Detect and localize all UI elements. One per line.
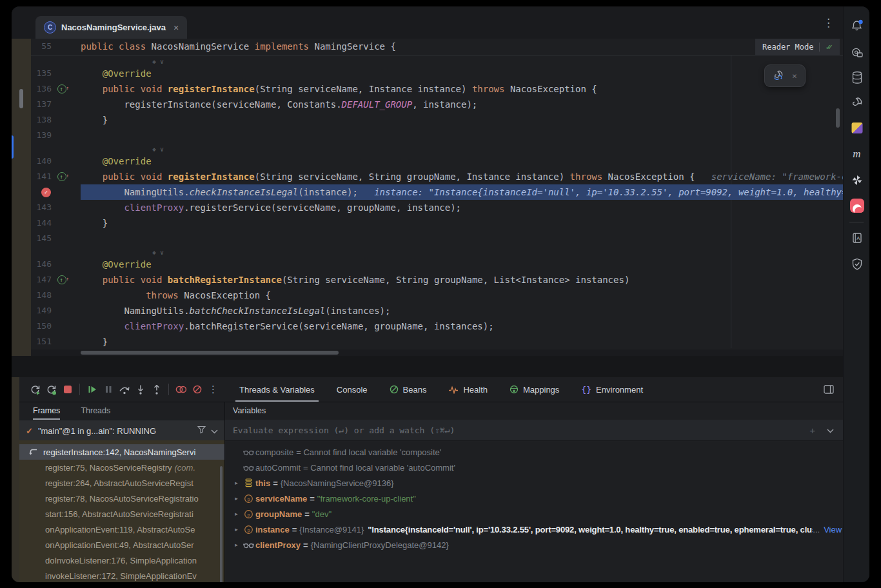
- gutter[interactable]: 151: [31, 334, 81, 349]
- view-value-link[interactable]: View: [824, 525, 842, 534]
- stripe-scroll-handle[interactable]: [19, 89, 23, 108]
- frame-row[interactable]: onApplicationEvent:119, AbstractAutoSe: [19, 522, 224, 537]
- database-icon[interactable]: [851, 71, 863, 84]
- code-line[interactable]: ✓ NamingUtils.checkInstanceIsLegal(insta…: [31, 184, 843, 200]
- expand-chevron-icon[interactable]: ▸: [232, 480, 241, 486]
- horizontal-scrollbar[interactable]: [31, 349, 843, 356]
- code-vision-icon[interactable]: ❖ ∨: [152, 146, 164, 153]
- frame-row[interactable]: register:264, AbstractAutoServiceRegist: [19, 475, 224, 491]
- debug-tab-health[interactable]: Health: [448, 377, 488, 402]
- variable-row[interactable]: ▸pgroupName="dev": [225, 506, 843, 522]
- gradle-sync-icon[interactable]: [773, 70, 784, 82]
- expand-chevron-icon[interactable]: ▸: [232, 526, 241, 533]
- code-line[interactable]: 148 throws NacosException {: [31, 288, 843, 303]
- code-line[interactable]: 139: [31, 128, 843, 143]
- inspections-ok-icon[interactable]: ✓✓: [826, 42, 833, 52]
- inlay-hint-line[interactable]: ❖ ∨: [31, 143, 843, 153]
- chevron-down-icon[interactable]: [211, 425, 218, 436]
- gutter[interactable]: 143: [31, 200, 81, 215]
- more-options-icon[interactable]: ⋮: [823, 16, 834, 30]
- code-line[interactable]: 146 @Override: [31, 257, 843, 272]
- code-line[interactable]: 150 clientProxy.batchRegisterService(ser…: [31, 318, 843, 334]
- ai-assistant-icon[interactable]: [851, 46, 863, 58]
- stop-button[interactable]: [59, 382, 75, 398]
- more-button[interactable]: ⋮: [205, 382, 221, 398]
- sticky-class-header[interactable]: 55public class NacosNamingService implem…: [31, 39, 843, 55]
- code-vision-icon[interactable]: ❖ ∨: [152, 249, 164, 256]
- frame-row[interactable]: register:78, NacosAutoServiceRegistratio: [19, 491, 224, 506]
- editor-tab[interactable]: C NacosNamingService.java ×: [35, 16, 187, 39]
- plugin-package-icon[interactable]: [851, 122, 862, 133]
- code-line[interactable]: 55public class NacosNamingService implem…: [31, 39, 843, 54]
- code-line[interactable]: 149 NamingUtils.batchCheckInstanceIsLega…: [31, 303, 843, 318]
- expand-chevron-icon[interactable]: ▸: [232, 495, 241, 502]
- overrides-method-icon[interactable]: [57, 172, 66, 181]
- tab-threads[interactable]: Threads: [81, 402, 110, 420]
- gutter[interactable]: 139: [31, 128, 81, 143]
- vertical-scrollbar-thumb[interactable]: [836, 108, 840, 128]
- gutter[interactable]: 138: [31, 112, 81, 128]
- inlay-hint-line[interactable]: ❖ ∨: [31, 55, 843, 66]
- variable-row[interactable]: ▸pinstance={Instance@9141}"Instance{inst…: [225, 522, 843, 537]
- code-line[interactable]: 144 }: [31, 215, 843, 231]
- code-line[interactable]: 147 public void batchRegisterInstance(St…: [31, 272, 843, 288]
- panel-splitter[interactable]: [12, 356, 843, 377]
- frame-row[interactable]: invokeListener:172, SimpleApplicationEv: [19, 568, 224, 582]
- gutter[interactable]: 136: [31, 81, 81, 97]
- code-line[interactable]: 135 @Override: [31, 66, 843, 81]
- horizontal-scrollbar-thumb[interactable]: [81, 351, 339, 355]
- filter-funnel-icon[interactable]: [197, 425, 206, 436]
- variable-row[interactable]: autoCommit= Cannot find local variable '…: [225, 460, 843, 475]
- code-editor[interactable]: ❖ ∨135 @Override136 public void register…: [31, 39, 843, 356]
- gutter[interactable]: 149: [31, 303, 81, 318]
- expand-chevron-icon[interactable]: ▸: [232, 542, 241, 548]
- debug-tab-threads-variables[interactable]: Threads & Variables: [239, 377, 315, 402]
- frame-row[interactable]: doInvokeListener:176, SimpleApplication: [19, 553, 224, 568]
- gutter[interactable]: 146: [31, 257, 81, 272]
- reader-mode-button[interactable]: Reader Mode ✓✓: [755, 39, 840, 55]
- gutter[interactable]: 135: [31, 66, 81, 81]
- code-vision-icon[interactable]: ❖ ∨: [152, 58, 164, 65]
- pause-button[interactable]: [100, 382, 116, 398]
- gutter[interactable]: 147: [31, 272, 81, 288]
- debug-tab-mappings[interactable]: Mappings: [510, 377, 559, 402]
- gradle-reload-popup[interactable]: ×: [764, 64, 806, 87]
- code-line[interactable]: 136 public void registerInstance(String …: [31, 81, 843, 97]
- debug-tab-beans[interactable]: Beans: [390, 377, 427, 402]
- close-tab-icon[interactable]: ×: [173, 23, 179, 33]
- overrides-method-icon[interactable]: [57, 275, 66, 284]
- restart-button[interactable]: [43, 382, 59, 398]
- frame-row[interactable]: registerInstance:142, NacosNamingServi: [19, 444, 224, 460]
- mute-breakpoints-button[interactable]: [189, 382, 205, 398]
- gutter[interactable]: [31, 143, 81, 153]
- gutter[interactable]: 55: [31, 39, 81, 54]
- close-popup-icon[interactable]: ×: [792, 71, 797, 81]
- evaluate-expression-input[interactable]: Evaluate expression (↵) or add a watch (…: [225, 420, 843, 441]
- frame-row[interactable]: start:156, AbstractAutoServiceRegistrati: [19, 506, 224, 522]
- debug-tab-environment[interactable]: {}Environment: [581, 377, 643, 402]
- resume-button[interactable]: [84, 382, 100, 398]
- variable-row[interactable]: ▸clientProxy={NamingClientProxyDelegate@…: [225, 537, 843, 553]
- step-out-button[interactable]: [148, 382, 164, 398]
- code-line[interactable]: 151 }: [31, 334, 843, 349]
- expand-chevron-icon[interactable]: ▸: [232, 511, 241, 517]
- gutter[interactable]: ✓: [31, 184, 81, 200]
- rerun-button[interactable]: [27, 382, 43, 398]
- breakpoint-icon[interactable]: ✓: [41, 188, 51, 197]
- code-line[interactable]: 143 clientProxy.registerService(serviceN…: [31, 200, 843, 215]
- security-shield-icon[interactable]: [851, 258, 863, 271]
- step-over-button[interactable]: [116, 382, 132, 398]
- variable-row[interactable]: composite= Cannot find local variable 'c…: [225, 444, 843, 460]
- notifications-icon[interactable]: [851, 19, 863, 32]
- code-line[interactable]: 141 public void registerInstance(String …: [31, 169, 843, 184]
- add-watch-icon[interactable]: +: [809, 425, 815, 436]
- gutter[interactable]: [31, 55, 81, 66]
- gutter[interactable]: 150: [31, 318, 81, 334]
- gutter[interactable]: 140: [31, 153, 81, 169]
- gutter[interactable]: 141: [31, 169, 81, 184]
- frame-row[interactable]: register:75, NacosServiceRegistry(com.: [19, 460, 224, 475]
- red-plugin-icon[interactable]: [850, 199, 864, 213]
- gutter[interactable]: 145: [31, 231, 81, 246]
- frame-row[interactable]: onApplicationEvent:49, AbstractAutoSer: [19, 537, 224, 553]
- gutter[interactable]: [31, 246, 81, 257]
